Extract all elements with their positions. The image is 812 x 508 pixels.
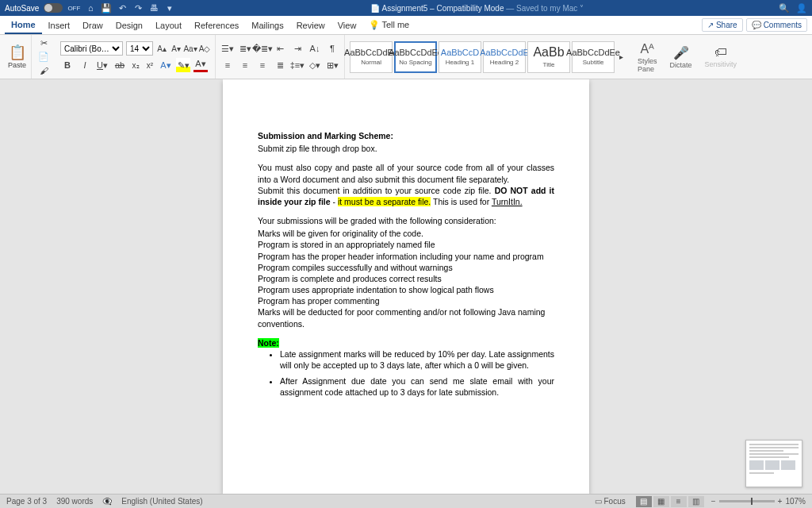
tab-insert[interactable]: Insert [42, 17, 77, 33]
chevron-down-icon[interactable]: ▾ [164, 2, 175, 13]
style-label: Subtitle [583, 59, 604, 66]
clear-format-icon[interactable]: A◇ [199, 41, 210, 56]
tab-references[interactable]: References [188, 17, 245, 33]
zoom-value[interactable]: 107% [785, 497, 806, 506]
focus-mode[interactable]: ▭ Focus [595, 497, 626, 506]
home-icon[interactable]: ⌂ [85, 2, 96, 13]
sort-icon[interactable]: A↓ [308, 41, 322, 56]
format-painter-icon[interactable]: 🖌 [36, 64, 51, 77]
superscript-button[interactable]: x² [144, 58, 155, 72]
tab-tellme[interactable]: 💡Tell me [362, 17, 416, 33]
styles-pane-label: Styles Pane [638, 57, 657, 73]
dictate-button[interactable]: 🎤 Dictate [664, 35, 699, 79]
comments-button[interactable]: 💬Comments [746, 18, 807, 32]
tab-design[interactable]: Design [109, 17, 149, 33]
status-page[interactable]: Page 3 of 3 [6, 497, 47, 506]
tab-home[interactable]: Home [5, 17, 42, 34]
bullets-icon[interactable]: ☰▾ [220, 41, 235, 56]
doc-subtitle: — Saved to my Mac [506, 4, 577, 13]
doc-highlight: it must be a separate file. [338, 197, 431, 206]
strike-button[interactable]: ab [113, 58, 127, 72]
justify-icon[interactable]: ≣ [273, 58, 287, 72]
view-web-icon[interactable]: ▦ [653, 496, 669, 507]
save-icon[interactable]: 💾 [101, 2, 112, 13]
text-effects-icon[interactable]: A▾ [159, 58, 173, 72]
align-left-icon[interactable]: ≡ [220, 58, 235, 72]
increase-font-icon[interactable]: A▴ [156, 41, 167, 56]
font-size-select[interactable]: 14 [126, 41, 153, 56]
tab-draw[interactable]: Draw [76, 17, 109, 33]
copy-icon[interactable]: 📄 [36, 50, 51, 64]
doc-line: Marks will be given for originality of t… [258, 228, 554, 239]
multilevel-icon[interactable]: �≣▾ [255, 41, 270, 56]
style-card-title[interactable]: AaBbTitle [527, 41, 570, 73]
styles-more-icon[interactable]: ▸ [616, 52, 626, 61]
subscript-button[interactable]: x₂ [130, 58, 141, 72]
doc-note-label: Note: [258, 338, 279, 348]
numbering-icon[interactable]: ≣▾ [238, 41, 252, 56]
style-card-heading-1[interactable]: AaBbCcDHeading 1 [439, 41, 481, 73]
zoom-in-button[interactable]: + [778, 497, 783, 506]
change-case-icon[interactable]: Aa▾ [185, 41, 196, 56]
sensitivity-button: 🏷 Sensitivity [699, 35, 744, 79]
shading-icon[interactable]: ◇▾ [308, 58, 322, 72]
user-icon[interactable]: 👤 [796, 2, 807, 13]
increase-indent-icon[interactable]: ⇥ [290, 41, 304, 56]
doc-lines: Marks will be given for originality of t… [258, 228, 554, 329]
view-outline-icon[interactable]: ≡ [671, 496, 687, 507]
navigation-thumbnail[interactable] [745, 440, 802, 487]
italic-button[interactable]: I [78, 58, 92, 72]
document-area[interactable]: Submission and Marking Scheme: Submit zi… [0, 79, 812, 494]
align-right-icon[interactable]: ≡ [255, 58, 270, 72]
styles-pane-icon: Aᴬ [640, 41, 654, 56]
doc-title: Assignment5 – Compatibility Mode [382, 4, 504, 13]
borders-icon[interactable]: ⊞▾ [325, 58, 339, 72]
styles-pane-button[interactable]: Aᴬ Styles Pane [631, 35, 664, 79]
bold-button[interactable]: B [60, 58, 75, 72]
line-spacing-icon[interactable]: ‡≡▾ [290, 58, 304, 72]
zoom-out-button[interactable]: − [711, 497, 716, 506]
paste-icon[interactable]: 📋 [9, 45, 26, 60]
font-name-select[interactable]: Calibri (Bo… [60, 41, 123, 56]
autosave-toggle[interactable] [44, 3, 63, 13]
style-card-heading-2[interactable]: AaBbCcDdEHeading 2 [483, 41, 526, 73]
style-card-subtitle[interactable]: AaBbCcDdEeSubtitle [572, 41, 615, 73]
search-icon[interactable]: 🔍 [779, 2, 790, 13]
spellcheck-icon[interactable]: 👁‍🗨 [102, 497, 112, 506]
decrease-indent-icon[interactable]: ⇤ [273, 41, 287, 56]
zoom-slider[interactable] [719, 500, 775, 502]
undo-icon[interactable]: ↶ [117, 2, 128, 13]
print-icon[interactable]: 🖶 [148, 2, 159, 13]
align-center-icon[interactable]: ≡ [238, 58, 252, 72]
tab-view[interactable]: View [331, 17, 363, 33]
view-draft-icon[interactable]: ▥ [688, 496, 704, 507]
font-color-icon[interactable]: A▾ [193, 58, 208, 72]
tab-layout[interactable]: Layout [149, 17, 188, 33]
tab-review[interactable]: Review [290, 17, 331, 33]
style-preview: AaBbCcDdE [480, 48, 529, 57]
view-print-icon[interactable]: ▤ [636, 496, 652, 507]
show-marks-icon[interactable]: ¶ [325, 41, 339, 56]
highlight-icon[interactable]: ✎▾ [176, 58, 190, 72]
underline-button[interactable]: U▾ [95, 58, 109, 72]
redo-icon[interactable]: ↷ [132, 2, 144, 13]
page[interactable]: Submission and Marking Scheme: Submit zi… [223, 79, 589, 494]
chevron-down-icon[interactable]: ˅ [580, 4, 584, 13]
doc-bullets: Late assignment marks will be reduced by… [280, 348, 554, 398]
paragraph-group: ☰▾ ≣▾ �≣▾ ⇤ ⇥ A↓ ¶ ≡ ≡ ≡ ≣ ‡≡▾ ◇▾ ⊞▾ [216, 35, 345, 79]
style-preview: AaBbCcDdEe [389, 48, 442, 57]
style-card-no-spacing[interactable]: AaBbCcDdEeNo Spacing [394, 41, 437, 73]
status-words[interactable]: 390 words [56, 497, 93, 506]
status-language[interactable]: English (United States) [121, 497, 202, 506]
style-label: No Spacing [399, 59, 431, 66]
cut-icon[interactable]: ✂ [36, 37, 51, 50]
style-card-normal[interactable]: AaBbCcDdEeNormal [350, 41, 393, 73]
ribbon-tabs: Home Insert Draw Design Layout Reference… [0, 16, 812, 35]
font-group: Calibri (Bo… 14 A▴ A▾ Aa▾ A◇ B I U▾ ab x… [56, 35, 216, 79]
share-button[interactable]: ↗Share [702, 18, 743, 32]
tab-mailings[interactable]: Mailings [245, 17, 289, 33]
share-label: Share [716, 21, 737, 29]
doc-underline: TurnItIn. [492, 197, 523, 206]
decrease-font-icon[interactable]: A▾ [170, 41, 182, 56]
paste-group: 📋 Paste [3, 35, 32, 79]
